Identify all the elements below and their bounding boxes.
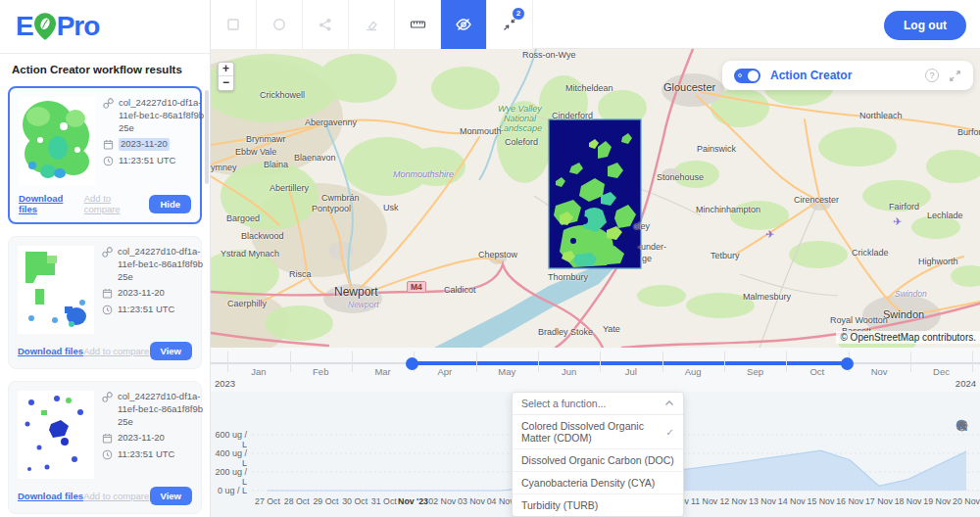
chart-x-tick-label: 17 Nov xyxy=(865,496,893,506)
timeline-handle-end[interactable] xyxy=(841,357,854,370)
map-place-label: Pontypool xyxy=(312,204,351,213)
map-place-label: Risca xyxy=(289,269,312,279)
help-icon[interactable]: ? xyxy=(925,69,939,82)
circle-draw-button[interactable] xyxy=(257,0,303,49)
timeline-tick xyxy=(290,352,291,372)
result-card[interactable]: col_24227d10-df1a-11ef-be1c-86a1f8f9b25e… xyxy=(8,381,202,514)
map-place-label: Thornbury xyxy=(548,272,588,282)
chart-x-tick-label: Nov '23 xyxy=(398,496,428,506)
download-files-link[interactable]: Download files xyxy=(18,491,83,501)
sidebar-scrollbar[interactable] xyxy=(205,90,209,184)
map-place-label: Stonehouse xyxy=(657,172,704,182)
hide-button[interactable]: Hide xyxy=(149,195,191,213)
rectangle-draw-button[interactable] xyxy=(211,0,257,49)
timeline-tick xyxy=(786,352,787,372)
result-id: col_24227d10-df1a-11ef-be1c-86a1f8f9b25e xyxy=(118,391,204,428)
map-place-label: Chepstow xyxy=(478,250,517,259)
timeline-selected-range[interactable] xyxy=(413,361,848,365)
chart-x-tick-label: 30 Oct xyxy=(342,496,368,506)
map-place-label: Highworth xyxy=(918,257,958,266)
map-place-label: Yate xyxy=(603,324,620,334)
chart-x-tick-label: 15 Nov xyxy=(808,496,835,506)
result-card[interactable]: col_24227d10-df1a-11ef-be1c-86a1f8f9b25e… xyxy=(8,86,202,224)
function-select-placeholder: Select a function... xyxy=(521,398,606,409)
map-place-label: Blackwood xyxy=(241,231,284,241)
chart-x-tick-label: 13 Nov xyxy=(749,496,776,506)
timeline-tick xyxy=(662,352,663,372)
map-place-label: Ebbw Vale xyxy=(235,147,276,157)
result-id: col_24227d10-df1a-11ef-be1c-86a1f8f9b25e xyxy=(119,97,205,134)
timeline-month-label: Mar xyxy=(374,366,390,377)
result-time-row: 11:23:51 UTC xyxy=(102,304,204,316)
map-place-label: Caldicot xyxy=(444,285,476,295)
chart-x-tick-label: 16 Nov xyxy=(836,496,863,506)
chart-x-tick-label: 12 Nov xyxy=(719,496,747,506)
timeline-slider: 2023 2024 JanFebMarAprMayJunJulAugSepOct… xyxy=(211,348,980,392)
zoom-in-button[interactable]: + xyxy=(219,63,233,76)
zoom-out-button[interactable]: − xyxy=(219,76,233,90)
map-place-label: Landscape xyxy=(499,123,542,133)
map-place-label: cley xyxy=(634,221,650,231)
map-zoom-control: + − xyxy=(218,62,234,91)
timeline-tick xyxy=(227,352,228,372)
function-option[interactable]: Dissolved Organic Carbon (DOC) xyxy=(513,449,683,472)
function-option[interactable]: Cyanobacteria Density (CYA) xyxy=(513,472,683,494)
result-thumbnail xyxy=(18,246,94,334)
raster-overlay xyxy=(549,119,641,268)
function-option-label: Turbidity (TURB) xyxy=(521,499,598,511)
function-option-label: Colored Dissolved Organic Matter (CDOM) xyxy=(521,420,666,444)
chart-x-tick-label: 18 Nov xyxy=(895,496,922,506)
chart-x-tick-label: 02 Nov xyxy=(428,496,456,506)
compare-results-button[interactable]: 2 xyxy=(487,0,533,49)
add-to-compare-link[interactable]: Add to compare xyxy=(83,491,149,501)
chart-x-tick-label: 11 Nov xyxy=(691,496,717,506)
check-icon: ✓ xyxy=(666,427,674,438)
result-card[interactable]: col_24227d10-df1a-11ef-be1c-86a1f8f9b25e… xyxy=(8,236,202,369)
map-place-label: Swindon xyxy=(895,289,927,299)
function-option[interactable]: Turbidity (TURB) xyxy=(513,494,683,516)
map-place-label: Fairford xyxy=(889,202,919,212)
map-place-label: Lechlade xyxy=(927,211,963,220)
result-time: 11:23:51 UTC xyxy=(119,155,175,167)
top-toolbar: 2 Log out xyxy=(211,0,980,49)
function-option[interactable]: Colored Dissolved Organic Matter (CDOM)✓ xyxy=(513,415,683,449)
logout-button[interactable]: Log out xyxy=(884,11,966,40)
result-date-row: 2023-11-20 xyxy=(102,287,204,300)
map-place-label: Blaenavon xyxy=(294,153,336,163)
map-place-label: ✈ xyxy=(893,215,902,228)
map-canvas[interactable]: Ross-on-WyeMitcheldeanGloucesterCrickhow… xyxy=(211,49,980,348)
function-select-header[interactable]: Select a function... xyxy=(513,393,683,415)
hide-results-button[interactable] xyxy=(441,0,487,49)
chart-x-tick-label: 31 Oct xyxy=(371,496,397,506)
map-place-label: Mitcheldean xyxy=(565,83,613,93)
result-time: 11:23:51 UTC xyxy=(118,304,174,316)
timeline-month-label: Feb xyxy=(313,366,328,377)
map-place-label: Tetbury xyxy=(710,251,740,260)
timeline-month-label: Nov xyxy=(871,366,888,377)
map-place-label: Swindon xyxy=(883,308,924,320)
download-files-link[interactable]: Download files xyxy=(18,346,83,356)
add-to-compare-link[interactable]: Add to compare xyxy=(84,193,150,214)
ruler-button[interactable] xyxy=(395,0,441,49)
sidebar-title: Action Creator workflow results xyxy=(0,54,210,83)
eraser-button[interactable] xyxy=(349,0,395,49)
osm-attribution-link[interactable]: © OpenStreetMap contributors. xyxy=(836,331,980,344)
view-button[interactable]: View xyxy=(150,487,192,505)
map-place-label: Monmouthshire xyxy=(393,169,454,179)
timeline-handle-start[interactable] xyxy=(406,357,418,370)
action-creator-toggle[interactable] xyxy=(734,69,760,83)
map-place-label: Caerphilly xyxy=(227,299,267,308)
timeline-month-label: Sep xyxy=(747,366,763,377)
compare-count-badge: 2 xyxy=(512,7,525,21)
view-button[interactable]: View xyxy=(150,342,192,360)
map-place-label: Wye Valley xyxy=(498,104,542,114)
result-date: 2023-11-20 xyxy=(118,432,165,445)
polygon-draw-button[interactable] xyxy=(303,0,349,49)
add-to-compare-link[interactable]: Add to compare xyxy=(83,346,149,356)
chart-y-tick-label: 400 ug / L xyxy=(211,448,247,468)
download-files-link[interactable]: Download files xyxy=(19,193,84,214)
logo-text-e: E xyxy=(16,11,33,42)
expand-icon[interactable] xyxy=(949,70,961,82)
timeline-month-label: Jul xyxy=(625,366,637,377)
map-place-label: Bargoed xyxy=(226,213,260,223)
